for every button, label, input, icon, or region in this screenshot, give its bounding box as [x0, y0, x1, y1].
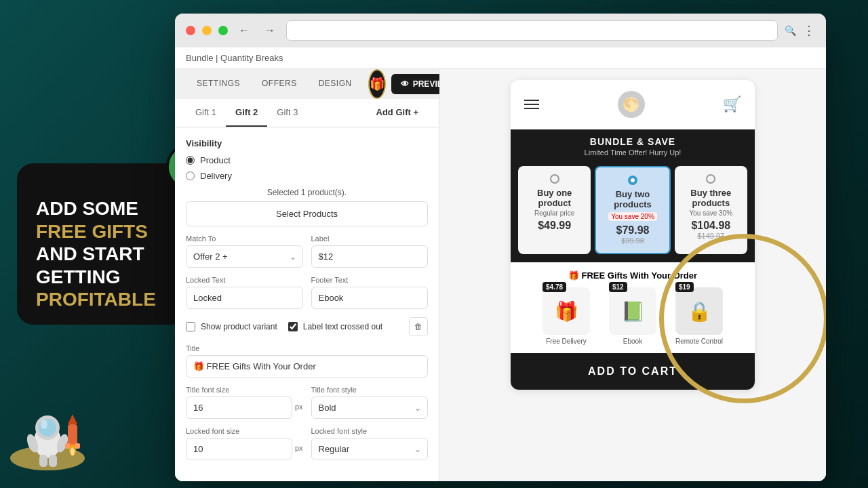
select-products-button[interactable]: Select Products	[186, 201, 428, 226]
offer-original-3: $149.97	[680, 232, 742, 240]
locked-font-style-select[interactable]: Regular	[311, 438, 429, 460]
title-font-style-select-wrapper: Bold	[311, 396, 429, 419]
tab-design[interactable]: DESIGN	[308, 69, 363, 99]
close-dot[interactable]	[186, 26, 195, 35]
radio-product-input[interactable]	[186, 156, 195, 165]
offer-card-2[interactable]: Buy twoproducts You save 20% $79.98 $99.…	[595, 166, 670, 254]
offer-card-3[interactable]: Buy three products You save 30% $104.98 …	[675, 166, 747, 254]
locked-font-style-field: Locked font style Regular	[311, 427, 429, 460]
match-to-select-wrapper: Offer 2 +	[186, 245, 303, 268]
panel-body: Visibility Product Delivery Selected 1 p…	[175, 127, 439, 481]
free-gifts-section: 🎁 FREE Gifts With Your Order $4.78 🎁 Fre…	[511, 262, 755, 353]
label-input[interactable]	[311, 245, 429, 268]
title-font-style-label: Title font style	[311, 386, 429, 394]
locked-font-style-select-wrapper: Regular	[311, 438, 429, 460]
locked-font-style-label: Locked font style	[311, 427, 429, 435]
tab-offers[interactable]: OFFERS	[251, 69, 308, 99]
title-section-label: Title	[186, 344, 428, 352]
locked-px-unit: px	[295, 444, 303, 452]
search-icon: 🔍	[785, 25, 796, 36]
label-crossed-checkbox[interactable]	[288, 322, 298, 331]
browser-chrome: ← → 🔍 ⋮	[175, 14, 826, 47]
label-crossed-label: Label text crossed out	[303, 322, 382, 331]
gift-items: $4.78 🎁 Free Delivery $12 📗	[521, 287, 744, 345]
offer-card-1[interactable]: Buy oneproduct Regular price $49.99	[518, 166, 591, 254]
title-font-style-select[interactable]: Bold	[311, 396, 429, 419]
gift-name-2: Ebook	[602, 338, 663, 345]
svg-rect-8	[49, 455, 57, 467]
offer-cards: Buy oneproduct Regular price $49.99 Buy …	[511, 166, 755, 262]
match-to-select[interactable]: Offer 2 +	[186, 245, 303, 268]
selected-products-info: Selected 1 product(s).	[186, 188, 428, 197]
gift-price-badge-1: $4.78	[542, 282, 566, 292]
offer-save-badge-2: You save 20%	[608, 212, 657, 221]
title-font-size-label: Title font size	[186, 386, 303, 394]
title-font-size-field: Title font size px	[186, 386, 303, 419]
tab-gift3[interactable]: Gift 3	[267, 99, 307, 127]
store-preview: 🌕 🛒 BUNDLE & SAVE Limited Time Offer! Hu…	[511, 80, 755, 390]
bundle-banner: BUNDLE & SAVE Limited Time Offer! Hurry …	[511, 129, 755, 166]
radio-product-label: Product	[200, 155, 231, 165]
cart-icon: 🛒	[723, 96, 741, 113]
show-variant-checkbox-row: Show product variant	[186, 322, 277, 331]
forward-button[interactable]: →	[260, 21, 279, 40]
locked-font-size-input[interactable]	[186, 438, 292, 460]
px-unit: px	[295, 403, 303, 411]
tab-gift[interactable]: 🎁	[368, 69, 386, 99]
add-to-cart-button[interactable]: ADD TO CART	[511, 353, 755, 390]
tab-gift1[interactable]: Gift 1	[186, 99, 226, 127]
radio-product[interactable]: Product	[186, 155, 428, 165]
offer-radio-1	[550, 174, 559, 184]
store-logo: 🌕	[618, 91, 645, 118]
show-variant-label: Show product variant	[201, 322, 277, 331]
show-variant-checkbox[interactable]	[186, 322, 195, 331]
footer-text-input[interactable]	[311, 287, 429, 309]
title-input[interactable]	[186, 355, 428, 378]
more-button[interactable]: ⋮	[803, 23, 815, 38]
browser-content: SETTINGS OFFERS DESIGN 🎁 👁 PREVIEW Gift …	[175, 69, 826, 481]
browser-window: ← → 🔍 ⋮ Bundle | Quantity Breaks SETTING…	[175, 14, 826, 481]
bundle-title: BUNDLE & SAVE	[521, 136, 744, 147]
tab-settings[interactable]: SETTINGS	[186, 69, 251, 99]
astronaut-illustration	[7, 390, 108, 481]
footer-text-field: Footer Text	[311, 276, 429, 309]
locked-text-input[interactable]	[186, 287, 303, 309]
title-font-size-input[interactable]	[186, 396, 292, 419]
label-field: Label	[311, 235, 429, 268]
url-bar[interactable]	[286, 20, 778, 41]
svg-rect-7	[39, 455, 47, 467]
visibility-label: Visibility	[186, 138, 428, 148]
radio-delivery-input[interactable]	[186, 171, 195, 180]
delete-button[interactable]: 🗑	[409, 317, 428, 336]
offer-radio-2	[628, 176, 637, 185]
gift-price-badge-3: $19	[675, 282, 694, 292]
breadcrumb: Bundle | Quantity Breaks	[175, 47, 826, 69]
locked-font-size-wrapper: px	[186, 438, 303, 460]
match-label-row: Match To Offer 2 + Label	[186, 235, 428, 268]
title-section: Title	[186, 344, 428, 378]
title-font-row: Title font size px Title font style Bold	[186, 386, 428, 419]
back-button[interactable]: ←	[235, 21, 254, 40]
gift-tabs: Gift 1 Gift 2 Gift 3 Add Gift +	[175, 99, 439, 127]
free-gifts-title: 🎁 FREE Gifts With Your Order	[521, 270, 744, 281]
offer-price-3: $104.98	[680, 220, 742, 232]
offer-original-2: $99.98	[601, 237, 663, 245]
radio-delivery[interactable]: Delivery	[186, 171, 428, 181]
gift-image-1: $4.78 🎁	[542, 287, 590, 335]
offer-radio-3	[706, 174, 715, 184]
maximize-dot[interactable]	[218, 26, 228, 35]
tab-gift2[interactable]: Gift 2	[226, 99, 267, 127]
offer-badge-1: Regular price	[524, 209, 585, 217]
gift-name-3: Remote Control	[669, 338, 730, 345]
label-field-label: Label	[311, 235, 429, 243]
gift-price-badge-2: $12	[609, 282, 627, 292]
preview-wrapper: 🌕 🛒 BUNDLE & SAVE Limited Time Offer! Hu…	[450, 80, 815, 390]
tab-add-gift[interactable]: Add Gift +	[367, 99, 428, 127]
svg-point-4	[41, 420, 47, 429]
locked-footer-row: Locked Text Footer Text	[186, 276, 428, 309]
minimize-dot[interactable]	[202, 26, 212, 35]
locked-text-field: Locked Text	[186, 276, 303, 309]
bundle-subtitle: Limited Time Offer! Hurry Up!	[521, 148, 744, 157]
checkboxes-row: Show product variant Label text crossed …	[186, 317, 428, 336]
gift-item-2: $12 📗 Ebook	[602, 287, 663, 345]
